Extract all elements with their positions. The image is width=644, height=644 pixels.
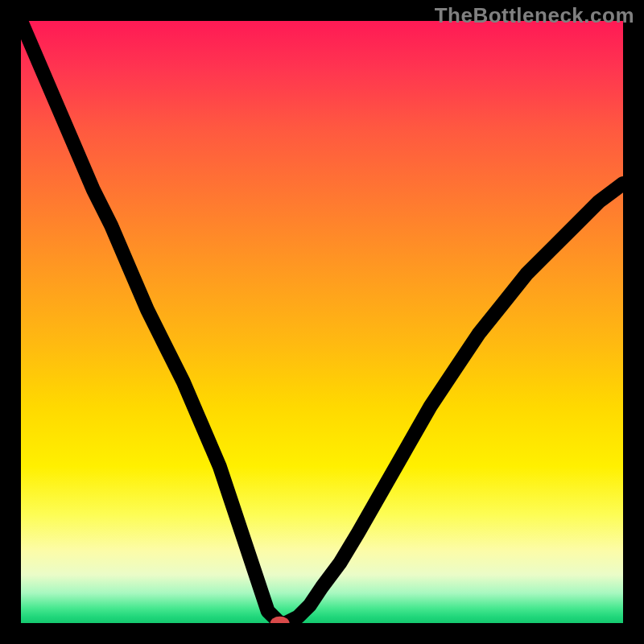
watermark-text: TheBottleneck.com bbox=[435, 3, 634, 28]
bottleneck-curve bbox=[21, 21, 623, 623]
chart-frame: TheBottleneck.com bbox=[0, 0, 644, 644]
plot-area bbox=[21, 21, 623, 623]
chart-svg bbox=[21, 21, 623, 623]
